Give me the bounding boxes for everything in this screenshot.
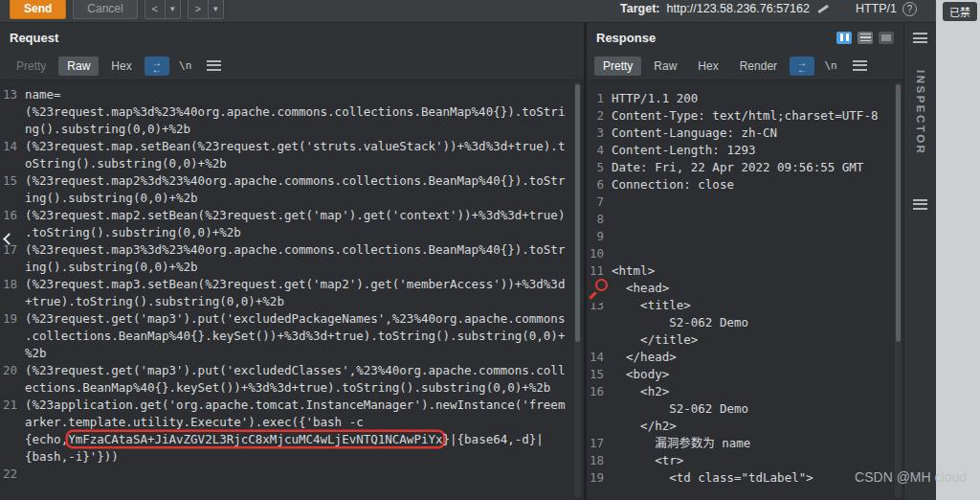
response-scrollbar-thumb[interactable] (896, 84, 901, 342)
tab-render-response[interactable]: Render (731, 57, 786, 76)
line-text (612, 193, 891, 211)
magnifier-handle (589, 291, 596, 299)
collapse-left-icon[interactable] (1, 232, 12, 245)
line-text: <h2> S2-062 Demo </h2> (612, 383, 891, 435)
code-line: 17 漏洞参数为 name (587, 435, 903, 452)
line-number: 17 (0, 241, 25, 276)
response-scrollbar[interactable] (895, 82, 902, 498)
code-line: 11<html> (587, 262, 903, 280)
line-text: 漏洞参数为 name (612, 435, 891, 452)
request-scrollbar-thumb[interactable] (575, 84, 580, 342)
line-number: 9 (587, 228, 612, 245)
inspector-secondary-menu-icon[interactable] (913, 199, 927, 210)
code-line: 19(%23request.get('map3').put('excludedP… (0, 310, 584, 362)
word-wrap-toggle-icon[interactable]: →← (145, 57, 169, 76)
line-text: (%23request.map2%3d%23%40org.apache.comm… (25, 172, 566, 207)
layout-rows-icon[interactable] (858, 32, 873, 44)
code-line: 18 <tr> (587, 452, 903, 469)
help-icon[interactable]: ? (902, 2, 917, 16)
request-scrollbar[interactable] (574, 82, 581, 498)
tab-pretty-request[interactable]: Pretty (8, 57, 55, 76)
line-text: (%23request.get('map3').put('excludedPac… (25, 310, 566, 362)
edit-target-icon[interactable] (816, 2, 830, 15)
swap-arrows-icon: →← (152, 59, 162, 73)
line-number: 14 (0, 138, 25, 172)
line-number: 13 (587, 297, 612, 349)
line-text: Content-Language: zh-CN (612, 125, 891, 142)
layout-single-icon[interactable] (879, 32, 894, 44)
show-newlines-button[interactable]: \n (173, 57, 198, 76)
line-number: 22 (0, 466, 25, 483)
line-number: 8 (587, 211, 612, 228)
tab-hex-request[interactable]: Hex (102, 57, 140, 76)
line-text: <head> (612, 280, 891, 297)
line-number: 20 (0, 362, 25, 397)
line-number: 19 (0, 310, 25, 362)
back-button[interactable]: < (145, 0, 165, 18)
line-text: (%23request.map3%3d%23%40org.apache.comm… (25, 241, 566, 276)
tab-raw-request[interactable]: Raw (58, 57, 99, 76)
tab-hex-response[interactable]: Hex (689, 57, 726, 76)
line-text: (%23request.map3.setBean(%23request.get(… (25, 276, 566, 310)
target-url: http://123.58.236.76:57162 (666, 2, 809, 15)
request-editor[interactable]: 13name= (%23request.map%3d%23%40org.apac… (0, 80, 584, 500)
show-newlines-button[interactable]: \n (818, 57, 843, 76)
line-text (612, 245, 891, 262)
inspector-menu-icon[interactable] (913, 33, 927, 43)
code-line: 7 (587, 193, 903, 211)
word-wrap-toggle-icon[interactable]: →← (790, 57, 814, 76)
toolbar: Send Cancel < ▾ > ▾ Target: http://123.5… (0, 0, 936, 23)
line-text: <html> (612, 262, 891, 280)
line-number: 4 (587, 142, 612, 159)
response-tabbar: Pretty Raw Hex Render →← \n (587, 52, 903, 80)
code-line: 5Date: Fri, 22 Apr 2022 09:56:55 GMT (587, 159, 903, 176)
request-panel: Request Pretty Raw Hex →← \n 13name= (%2… (0, 23, 584, 500)
line-number: 18 (0, 276, 25, 310)
layout-columns-icon[interactable] (836, 32, 852, 44)
request-settings-menu-icon[interactable] (202, 57, 227, 76)
code-line: 8 (587, 211, 903, 228)
line-number: 7 (587, 193, 612, 211)
hamburger-icon (853, 60, 867, 71)
line-number: 14 (587, 349, 612, 366)
cancel-button[interactable]: Cancel (73, 0, 137, 19)
toolbar-inner: Send Cancel < ▾ > ▾ Target: http://123.5… (0, 0, 936, 23)
code-line: 14(%23request.map.setBean(%23request.get… (0, 138, 584, 172)
code-line: 10 (587, 245, 903, 262)
line-text: Content-Type: text/html;charset=UTF-8 (612, 107, 891, 125)
response-settings-menu-icon[interactable] (847, 57, 872, 76)
send-button[interactable]: Send (10, 0, 66, 19)
code-line: 13name= (%23request.map%3d%23%40org.apac… (0, 86, 584, 138)
http-version-label: HTTP/1 (856, 2, 897, 15)
back-dropdown-icon[interactable]: ▾ (165, 0, 180, 18)
code-line: 22 (0, 466, 584, 483)
code-line: 9 (587, 228, 903, 245)
request-tabbar: Pretty Raw Hex →← \n (0, 52, 584, 80)
inspector-tab[interactable]: INSPECTOR (915, 70, 926, 155)
line-text: (%23request.get('map3').put('excludedCla… (25, 362, 566, 397)
disabled-badge: 已禁 (943, 2, 977, 21)
line-text: (%23application.get('org.apache.tomcat.I… (25, 397, 566, 466)
code-line: 6Connection: close (587, 176, 903, 193)
line-text: (%23request.map.setBean(%23request.get('… (25, 138, 566, 172)
target-group: Target: http://123.58.236.76:57162 (620, 2, 830, 15)
tab-raw-response[interactable]: Raw (645, 57, 685, 76)
line-text: HTTP/1.1 200 (612, 90, 891, 107)
history-back-group: < ▾ (145, 0, 181, 19)
line-number: 2 (587, 107, 612, 125)
line-number: 15 (587, 366, 612, 383)
layout-buttons (831, 32, 894, 44)
tab-pretty-response[interactable]: Pretty (594, 57, 641, 76)
code-line: 17(%23request.map3%3d%23%40org.apache.co… (0, 241, 584, 276)
right-edge-strip (936, 0, 980, 500)
line-number: 16 (587, 383, 612, 435)
code-line: 12 <head> (587, 280, 903, 297)
response-editor[interactable]: 1HTTP/1.1 2002Content-Type: text/html;ch… (587, 80, 903, 500)
forward-button[interactable]: > (189, 0, 208, 18)
line-number: 5 (587, 159, 612, 176)
line-number: 3 (587, 125, 612, 142)
forward-dropdown-icon[interactable]: ▾ (208, 0, 223, 18)
code-line: 15 <body> (587, 366, 903, 383)
magnifier-lens (595, 279, 608, 291)
search-marker-icon[interactable] (588, 276, 612, 303)
